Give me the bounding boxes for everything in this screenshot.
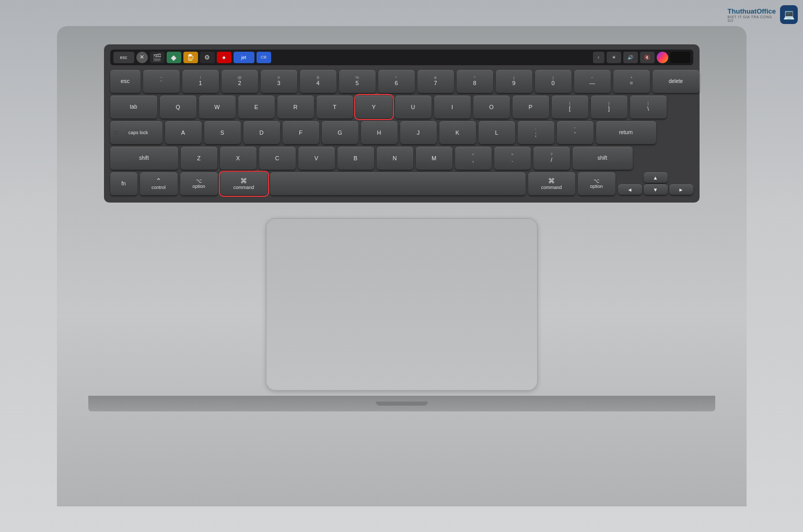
key-c[interactable]: C [259, 147, 296, 170]
key-fn[interactable]: fn [110, 172, 137, 195]
key-delete[interactable]: delete [653, 70, 700, 93]
key-r[interactable]: R [277, 96, 314, 119]
key-period[interactable]: >. [494, 147, 531, 170]
tb-app3-key[interactable]: 🍺 [183, 52, 198, 63]
tb-sound-key[interactable]: 🔊 [623, 52, 638, 63]
logo-name: ThuthuatOffice [728, 7, 777, 15]
key-p[interactable]: P [513, 96, 549, 119]
key-h[interactable]: H [361, 121, 398, 144]
tb-cb-key[interactable]: CB [257, 52, 271, 63]
key-i[interactable]: I [434, 96, 471, 119]
trackpad[interactable] [266, 218, 538, 391]
tb-back-key[interactable]: ‹ [593, 52, 604, 63]
key-u[interactable]: U [395, 96, 432, 119]
key-x[interactable]: X [220, 147, 257, 170]
key-8[interactable]: *8 [457, 70, 493, 93]
tb-app2-key[interactable]: ◆ [167, 52, 181, 63]
key-control[interactable]: ⌃ control [140, 172, 178, 195]
tb-mute-key[interactable]: 🔇 [640, 52, 655, 63]
key-caps-lock[interactable]: caps lock [110, 121, 162, 144]
key-o[interactable]: O [473, 96, 510, 119]
key-t[interactable]: T [317, 96, 353, 119]
key-tilde[interactable]: ~` [143, 70, 180, 93]
tb-siri-key[interactable] [657, 52, 668, 63]
key-5[interactable]: %5 [339, 70, 376, 93]
key-0[interactable]: )0 [535, 70, 572, 93]
tb-close-key[interactable]: ✕ [136, 52, 148, 63]
key-command-right[interactable]: ⌘ command [528, 172, 575, 195]
key-slash[interactable]: ?/ [533, 147, 570, 170]
key-k[interactable]: K [439, 121, 476, 144]
row-qwerty: tab Q W E R T Y U I O P {[ }] |\ [110, 96, 693, 119]
tb-app5-key[interactable]: ● [217, 52, 231, 63]
key-shift-right[interactable]: shift [573, 147, 633, 170]
row-zxcv: shift Z X C V B N M <, >. ?/ shift [110, 147, 693, 170]
key-minus[interactable]: −— [574, 70, 611, 93]
key-m[interactable]: M [416, 147, 452, 170]
touch-bar: esc ✕ 🎬 ◆ 🍺 ⚙ ● jet CB ‹ ☀ 🔊 🔇 [110, 50, 693, 65]
key-backslash[interactable]: |\ [630, 96, 667, 119]
bottom-bar [88, 396, 715, 411]
key-e[interactable]: E [238, 96, 275, 119]
macbook-body: esc ✕ 🎬 ◆ 🍺 ⚙ ● jet CB ‹ ☀ 🔊 🔇 esc ~` !1… [57, 26, 747, 506]
key-space[interactable] [270, 172, 526, 195]
row-asdf: caps lock A S D F G H J K L :; "' return [110, 121, 693, 144]
key-9[interactable]: (9 [496, 70, 532, 93]
key-equals[interactable]: += [613, 70, 650, 93]
key-semicolon[interactable]: :; [518, 121, 554, 144]
tb-right-key[interactable] [670, 52, 690, 63]
logo-sub: BIET IT GIA TRA CONG SO [728, 15, 777, 22]
keyboard-container: esc ✕ 🎬 ◆ 🍺 ⚙ ● jet CB ‹ ☀ 🔊 🔇 esc ~` !1… [104, 44, 700, 203]
key-b[interactable]: B [338, 147, 374, 170]
key-tab[interactable]: tab [110, 96, 157, 119]
key-arrow-left[interactable]: ◄ [618, 184, 642, 195]
key-7[interactable]: &7 [417, 70, 454, 93]
key-s[interactable]: S [204, 121, 241, 144]
key-return[interactable]: return [596, 121, 656, 144]
bottom-notch [376, 401, 428, 406]
key-f[interactable]: F [283, 121, 319, 144]
key-z[interactable]: Z [181, 147, 217, 170]
key-option-right[interactable]: ⌥ option [578, 172, 615, 195]
key-comma[interactable]: <, [455, 147, 492, 170]
key-a[interactable]: A [165, 121, 202, 144]
key-3[interactable]: #3 [261, 70, 297, 93]
tb-jet-key[interactable]: jet [234, 52, 254, 63]
key-command-left[interactable]: ⌘ command [220, 172, 267, 195]
key-g[interactable]: G [322, 121, 358, 144]
logo-area: ThuthuatOffice BIET IT GIA TRA CONG SO 💻 [735, 5, 798, 24]
key-esc[interactable]: esc [110, 70, 141, 93]
key-2[interactable]: @2 [222, 70, 258, 93]
row-numbers: esc ~` !1 @2 #3 $4 %5 ^6 &7 *8 (9 )0 −— … [110, 70, 693, 93]
key-arrow-right[interactable]: ► [669, 184, 693, 195]
logo-icon: 💻 [780, 5, 798, 24]
tb-app1-key[interactable]: 🎬 [150, 52, 165, 63]
key-n[interactable]: N [377, 147, 413, 170]
key-y[interactable]: Y [356, 96, 392, 119]
key-l[interactable]: L [479, 121, 515, 144]
key-w[interactable]: W [199, 96, 236, 119]
tb-brightness-key[interactable]: ☀ [607, 52, 621, 63]
key-shift-left[interactable]: shift [110, 147, 178, 170]
key-6[interactable]: ^6 [378, 70, 415, 93]
key-open-bracket[interactable]: {[ [552, 96, 588, 119]
key-v[interactable]: V [298, 147, 335, 170]
key-arrow-down[interactable]: ▼ [644, 184, 668, 195]
row-bottom: fn ⌃ control ⌥ option ⌘ command ⌘ comman… [110, 172, 693, 195]
key-arrow-up[interactable]: ▲ [644, 172, 668, 183]
key-j[interactable]: J [400, 121, 437, 144]
tb-esc-key[interactable]: esc [113, 52, 134, 63]
key-q[interactable]: Q [160, 96, 196, 119]
key-quote[interactable]: "' [557, 121, 593, 144]
key-option-left[interactable]: ⌥ option [180, 172, 218, 195]
tb-app4-key[interactable]: ⚙ [200, 52, 215, 63]
key-4[interactable]: $4 [300, 70, 336, 93]
key-1[interactable]: !1 [182, 70, 219, 93]
key-close-bracket[interactable]: }] [591, 96, 627, 119]
key-d[interactable]: D [243, 121, 280, 144]
